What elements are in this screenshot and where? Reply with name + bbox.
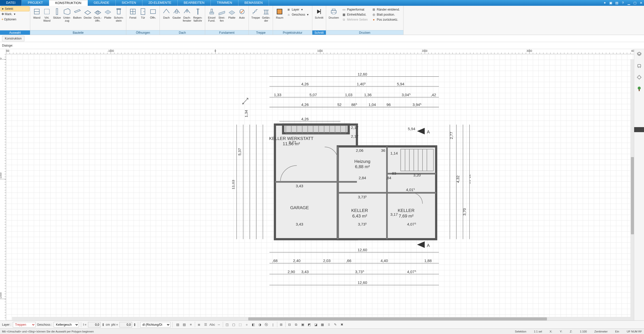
gaube-button[interactable]: Gaube [171, 7, 182, 20]
layer-dropdown[interactable]: ≣ Layer ▾ [286, 7, 310, 12]
phi-spinner[interactable]: ▲▼ [134, 323, 136, 326]
schnitt-button[interactable]: Schnitt [314, 7, 324, 20]
bottom-tool-t3[interactable]: ≡ [188, 322, 194, 328]
floor-plan[interactable]: A A KELLER WERKSTATT11,56 m²Heizu [232, 70, 471, 288]
bottom-tool-t4[interactable]: ≣ [196, 322, 202, 328]
deckoeffn-label: Deck.-öffn. [94, 16, 102, 22]
l-input[interactable] [88, 322, 101, 327]
focus-panel-icon[interactable] [636, 74, 643, 81]
svg-rect-10 [141, 9, 145, 15]
dachfenster-button[interactable]: Dach-fenster [182, 7, 192, 23]
scrollbar-vertical[interactable] [630, 59, 634, 317]
bottom-tool-t1[interactable]: ▧ [175, 322, 181, 328]
dach-button[interactable]: Dach [161, 7, 171, 20]
bottom-tool-t23[interactable]: ⁞⁞ [326, 322, 332, 328]
help-icon[interactable]: ? [620, 0, 626, 6]
subtab-konstruktion[interactable]: Konstruktion [2, 36, 24, 41]
ribbon-group-auswahl: ➤ Selekt ✥ Mark. ▾ + Optionen Auswahl [0, 6, 30, 35]
bottom-tool-t15[interactable]: | [270, 322, 276, 328]
bottom-tool-t19[interactable]: ▣ [300, 322, 306, 328]
bottom-tool-t9[interactable]: ▢ [231, 322, 237, 328]
menu-konstruktion[interactable]: KONSTRUKTION [49, 0, 87, 6]
streifen-button[interactable]: Strei-fen [217, 7, 227, 23]
l-spinner[interactable]: ▲▼ [102, 323, 104, 326]
bottom-tool-t17[interactable]: ⊟ [287, 322, 293, 328]
bottom-tool-t25[interactable]: ✖ [339, 322, 345, 328]
platte2-button[interactable]: Platte [227, 7, 237, 20]
regenfallrohr-button[interactable]: Regen-fallrohr [192, 7, 203, 23]
furniture-panel-icon[interactable] [636, 62, 643, 69]
fenst-button[interactable]: Fenst [128, 7, 138, 20]
tree-panel-icon[interactable] [636, 85, 643, 92]
bottom-tool-t14[interactable]: Ⓝ [263, 322, 269, 328]
panel-pull-tab[interactable] [634, 127, 644, 132]
selekt-button[interactable]: ➤ Selekt [1, 6, 29, 11]
bottom-tool-t7[interactable]: ↔ [216, 322, 222, 328]
optionen-button[interactable]: + Optionen [1, 17, 29, 22]
minimize-icon[interactable]: ▁ [626, 0, 632, 6]
dl-select[interactable]: dl (Richtung/Di [140, 322, 170, 327]
bottom-tool-t11[interactable]: ⟐ [244, 322, 250, 328]
bottom-tool-t20[interactable]: ◩ [306, 322, 312, 328]
deckoeffn-button[interactable]: Deck.-öffn. [93, 7, 103, 23]
maximize-icon[interactable]: ▢ [632, 0, 638, 6]
menu-2delemente[interactable]: 2D-ELEMENTE [142, 0, 178, 6]
wand-button[interactable]: Wand [32, 7, 42, 20]
bottom-tool-t8[interactable]: ◫ [224, 322, 230, 328]
phi-input[interactable] [119, 322, 132, 327]
auto-button[interactable]: Auto [237, 7, 247, 20]
title-tool3-icon[interactable]: ▤ [614, 0, 620, 6]
bottom-tool-t22[interactable]: ▦ [319, 322, 325, 328]
geschoss-dropdown[interactable]: ⌂ Geschoss ▾ [286, 12, 310, 17]
drawing-canvas[interactable]: A A KELLER WERKSTATT11,56 m²Heizu [6, 54, 634, 320]
gelaender-button[interactable]: Gelän-der [261, 7, 271, 23]
bottom-tool-t12[interactable]: ◧ [250, 322, 256, 328]
raender-button[interactable]: ⊞Ränder einblend. [371, 7, 401, 12]
bottom-tool-t13[interactable]: ◑ [257, 322, 263, 328]
bottom-tool-t2[interactable]: ▨ [181, 322, 187, 328]
raum-button[interactable]: Raum [274, 7, 285, 20]
scrollbar-horizontal[interactable] [12, 317, 634, 320]
menu-bemassen[interactable]: BEMASSEN [238, 0, 269, 6]
bottom-tool-t16[interactable]: ⊞ [278, 322, 284, 328]
menu-datei[interactable]: DATEI [0, 0, 22, 6]
unterzug-button[interactable]: Unter-zug [62, 7, 72, 23]
bottom-tool-t21[interactable]: ◪ [313, 322, 319, 328]
geschoss-select[interactable]: Kellergesch [54, 322, 79, 327]
menu-sichten[interactable]: SICHTEN [116, 0, 142, 6]
close-icon[interactable]: ✕ [638, 0, 644, 6]
mehrere-seiten-button[interactable]: ⧉Mehrere Seiten [341, 17, 369, 22]
oeffn-button[interactable]: Öffn. [148, 7, 158, 20]
svg-marker-26 [317, 10, 321, 14]
svg-rect-30 [332, 13, 335, 14]
decke-button[interactable]: Decke [83, 7, 93, 20]
bottom-tool-t5[interactable]: ☰ [203, 322, 209, 328]
pos-reset-button[interactable]: ●Pos zurücksetz. [371, 17, 401, 22]
papierformat-button[interactable]: ▭Papierformat [341, 7, 369, 12]
einheit-button[interactable]: ▦Einheit/Maßst. [341, 12, 369, 17]
mark-button[interactable]: ✥ Mark. ▾ [1, 12, 29, 17]
layers-panel-icon[interactable] [636, 51, 643, 58]
platte-button[interactable]: Platte [103, 7, 113, 20]
menu-bearbeiten[interactable]: BEARBEITEN [178, 0, 211, 6]
menu-trimmen[interactable]: TRIMMEN [211, 0, 238, 6]
caption-fundament: Fundament [205, 30, 249, 35]
title-tool-icon[interactable]: ✦ [602, 0, 608, 6]
blatt-button[interactable]: ◎Blatt position. [371, 12, 401, 17]
tuer-button[interactable]: Tür [138, 7, 148, 20]
menu-projekt[interactable]: PROJEKT [22, 0, 49, 6]
layer-select[interactable]: Treppen [13, 322, 36, 327]
drucken-button[interactable]: Drucken [328, 7, 340, 20]
bottom-tool-t6[interactable]: Abc [209, 322, 215, 328]
bottom-tool-t18[interactable]: ⧉ [293, 322, 299, 328]
menu-gelaende[interactable]: GELÄNDE [88, 0, 116, 6]
virtwand-button[interactable]: Virt.Wand [42, 7, 52, 23]
balken-button[interactable]: Balken [72, 7, 83, 20]
title-tool2-icon[interactable]: ▣ [608, 0, 614, 6]
treppe-button[interactable]: Treppe [250, 7, 261, 20]
bottom-tool-t24[interactable]: ✎ [332, 322, 339, 328]
bottom-tool-t10[interactable]: ⬚ [237, 322, 243, 328]
schornstein-button[interactable]: Schorn-stein [113, 7, 125, 23]
einzelfund-button[interactable]: EinzelFund. [207, 7, 217, 23]
stuetze-button[interactable]: Stütze [52, 7, 62, 20]
